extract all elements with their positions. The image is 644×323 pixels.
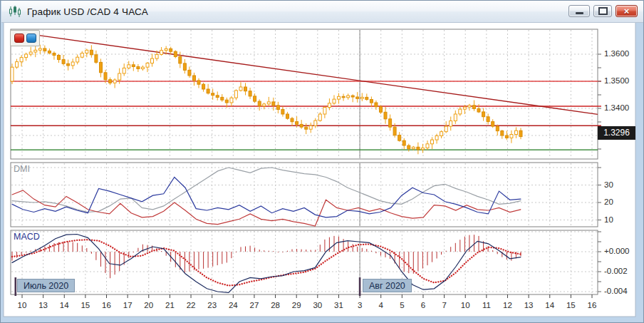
blue-square-button[interactable]	[26, 34, 36, 43]
close-icon: ×	[624, 6, 630, 16]
price-axis-label: 1.3500	[604, 76, 629, 85]
dmi-axis-label: 10	[604, 215, 613, 224]
x-axis-label: 16	[583, 301, 601, 309]
minimize-icon	[576, 12, 583, 14]
macd-axis-label: -0.004	[604, 287, 628, 295]
candlestick-chart-icon	[8, 6, 22, 17]
x-axis-label: 20	[140, 301, 158, 309]
x-axis-label: 10	[13, 301, 31, 309]
macd-axis-label: -0.002	[604, 267, 628, 275]
close-button[interactable]: ×	[616, 5, 638, 17]
x-axis-label: 15	[561, 301, 580, 309]
price-axis-label: 1.3400	[604, 103, 629, 112]
x-axis-label: 13	[34, 301, 53, 309]
red-square-button[interactable]	[14, 34, 24, 43]
current-price-badge: 1.3296	[598, 126, 635, 140]
x-axis-label: 29	[287, 301, 306, 309]
x-axis-label: 14	[541, 301, 559, 309]
x-axis-label: 16	[98, 301, 116, 309]
x-axis-label: 13	[519, 301, 538, 309]
dmi-axis-label: 30	[604, 180, 613, 189]
x-axis-label: 11	[477, 301, 496, 309]
macd-panel-label: MACD	[14, 232, 40, 242]
maximize-icon	[598, 7, 608, 15]
dmi-panel-label: DMI	[14, 164, 30, 174]
chart-canvas[interactable]	[1, 1, 644, 323]
x-axis-label: 22	[182, 301, 200, 309]
x-axis-label: 21	[160, 301, 179, 309]
x-axis-label: 27	[245, 301, 264, 309]
x-axis-label: 3	[350, 301, 369, 309]
month-badge-july: Июль 2020	[17, 279, 75, 292]
x-axis-label: 30	[308, 301, 327, 309]
x-axis-label: 6	[414, 301, 432, 309]
x-axis-label: 31	[329, 301, 348, 309]
dmi-axis-label: 20	[604, 198, 613, 206]
window-title: График USD /CAD 4 ЧАСА	[27, 6, 148, 17]
maximize-button[interactable]	[593, 5, 612, 17]
x-axis-label: 12	[498, 301, 516, 309]
x-axis-label: 5	[393, 301, 411, 309]
x-axis-label: 15	[76, 301, 95, 309]
x-axis-label: 4	[372, 301, 390, 309]
x-axis-label: 10	[456, 301, 474, 309]
minimize-button[interactable]	[568, 5, 590, 17]
x-axis-label: 14	[55, 301, 73, 309]
month-badge-aug: Авг 2020	[363, 279, 412, 292]
macd-axis-label: +0.000	[604, 247, 630, 255]
x-axis-label: 7	[435, 301, 454, 309]
x-axis-label: 24	[224, 301, 242, 309]
x-axis-label: 17	[118, 301, 137, 309]
chart-window: График USD /CAD 4 ЧАСА × DMI MACD Июль 2…	[0, 0, 644, 323]
price-axis-label: 1.3600	[604, 49, 629, 58]
title-bar[interactable]: График USD /CAD 4 ЧАСА ×	[1, 1, 644, 23]
chart-style-toolbar	[10, 30, 40, 46]
x-axis-label: 23	[203, 301, 222, 309]
x-axis-label: 28	[266, 301, 285, 309]
